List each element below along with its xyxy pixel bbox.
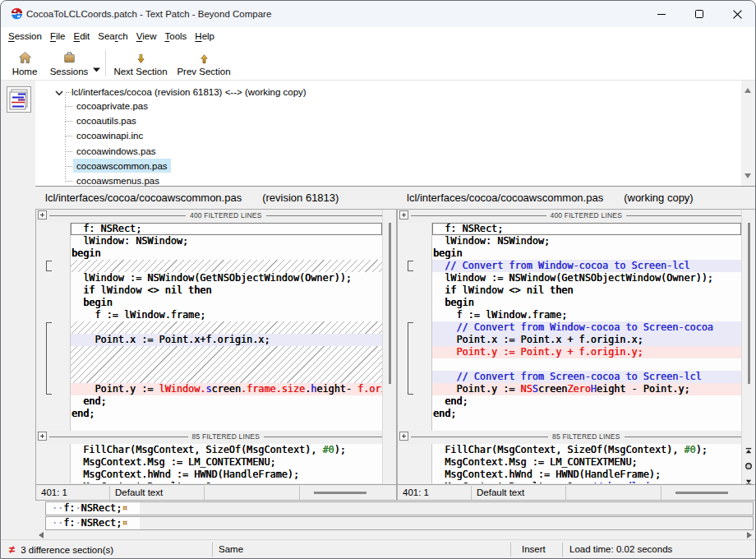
pane-hscrollbar[interactable] xyxy=(662,486,755,500)
code-seg: f: NSRect; xyxy=(433,223,503,234)
code-seg: Point.y := xyxy=(71,383,159,395)
patch-view-button[interactable] xyxy=(7,86,31,113)
code-seg: creen xyxy=(538,383,568,395)
status-empty-cell xyxy=(205,486,300,500)
expand-section-button[interactable] xyxy=(38,210,47,219)
filtered-lines-separator: 85 FILTERED LINES xyxy=(398,431,755,444)
window-title: CocoaToLCLCoords.patch - Text Patch - Be… xyxy=(26,1,271,27)
pane-status-row: 401: 1Default text xyxy=(398,484,755,500)
code-seg: begin xyxy=(433,247,463,259)
menu-help[interactable]: Help xyxy=(191,27,219,45)
hscrollbar-thumb[interactable] xyxy=(314,492,366,494)
menu-tools[interactable]: Tools xyxy=(161,27,191,45)
expand-section-button[interactable] xyxy=(38,432,47,441)
code-area[interactable]: f: NSRect; lWindow: NSWindow;begin // Co… xyxy=(431,223,741,431)
code-seg: // Convert from Screen-cocoa to Screen-l… xyxy=(433,371,702,382)
code-line: FillChar(MsgContext, SizeOf(MsgContext),… xyxy=(432,444,741,456)
menubar: SessionFileEditSearchViewToolsHelp xyxy=(1,27,755,46)
tree-item-label: cocoaprivate.pas xyxy=(73,99,151,113)
patch-file-tree: lcl/interfaces/cocoa (revision 61813) <-… xyxy=(35,81,756,187)
tree-dotted-stub xyxy=(65,181,72,182)
tree-item-cocoawinapi.inc[interactable]: cocoawinapi.inc xyxy=(35,128,756,143)
app-icon xyxy=(11,7,23,20)
tree-scrollbar[interactable] xyxy=(741,81,755,186)
code-seg: lWindow: NSWindow; xyxy=(71,235,188,247)
code-seg: #0 xyxy=(684,444,695,455)
home-icon xyxy=(6,51,44,67)
menu-view[interactable]: View xyxy=(132,27,161,45)
code-seg: f := lWindow.frame; xyxy=(433,309,567,321)
missing-lines-hatch xyxy=(71,321,382,334)
tree-item-cocoaprivate.pas[interactable]: cocoaprivate.pas xyxy=(35,99,756,113)
menu-search[interactable]: Search xyxy=(94,27,131,45)
filtered-lines-label: 400 FILTERED LINES xyxy=(546,211,627,219)
code-seg: if xyxy=(83,284,94,296)
tree-root-item[interactable]: lcl/interfaces/cocoa (revision 61813) <-… xyxy=(35,85,756,99)
code-line: f := lWindow.frame; xyxy=(71,309,382,321)
code-seg: // Convert from Window-cocoa to Screen-c… xyxy=(433,321,713,333)
menu-session[interactable]: Session xyxy=(4,27,46,45)
tree-dotted-stub xyxy=(65,166,72,167)
code-seg: begin xyxy=(83,297,113,308)
code-seg: H xyxy=(591,383,597,395)
code-area[interactable]: FillChar(MsgContext, SizeOf(MsgContext),… xyxy=(70,444,382,483)
tree-item-cocoautils.pas[interactable]: cocoautils.pas xyxy=(35,113,756,128)
code-line: Point.y := Point.y + f.origin.y; xyxy=(432,346,741,358)
code-seg: eight xyxy=(316,383,346,395)
prev-difference-button[interactable] xyxy=(744,444,754,453)
toolbar-next-section[interactable]: Next Section xyxy=(111,48,170,79)
detail-scroll-left-arrow[interactable] xyxy=(39,532,44,538)
code-line: MsgContext.hWnd := HWND(HandleFrame); xyxy=(71,469,382,481)
expand-section-button[interactable] xyxy=(399,432,408,441)
toolbar-prev-section[interactable]: Prev Section xyxy=(175,48,233,79)
code-line: lWindow: NSWindow; xyxy=(71,235,382,247)
code-seg: S xyxy=(532,383,538,395)
tree-item-cocoawindows.pas[interactable]: cocoawindows.pas xyxy=(35,144,756,159)
syntax-mode[interactable]: Default text xyxy=(472,486,566,500)
scroll-down-arrow[interactable] xyxy=(744,173,751,178)
differences-status: ≠3 difference section(s) xyxy=(1,542,212,557)
pane-hscrollbar[interactable] xyxy=(300,486,396,500)
expand-section-button[interactable] xyxy=(399,210,408,219)
next-difference-button[interactable] xyxy=(744,474,754,483)
toolbar-sessions[interactable]: Sessions xyxy=(48,48,90,79)
current-position-marker[interactable] xyxy=(744,459,754,468)
tree-item-cocoawscommon.pas[interactable]: cocoawscommon.pas xyxy=(35,159,756,173)
detail-line[interactable]: ··f:·NSRect;¤ xyxy=(45,501,754,515)
code-seg: then xyxy=(550,284,573,296)
code-area[interactable]: f: NSRect; lWindow: NSWindow;begin lWind… xyxy=(70,223,382,431)
code-line: end; xyxy=(432,408,741,420)
missing-lines-hatch xyxy=(71,260,382,272)
code-seg: lWindow: NSWindow; xyxy=(433,235,550,247)
code-seg: lWindow <> xyxy=(94,284,164,296)
code-seg xyxy=(433,346,456,358)
close-button[interactable] xyxy=(718,1,756,27)
code-seg: begin xyxy=(445,297,474,308)
scroll-up-arrow[interactable] xyxy=(744,88,751,93)
code-seg: lWindow. xyxy=(159,383,206,395)
left-pane-path[interactable]: lcl/interfaces/cocoa/cocoawscommon.pas xyxy=(45,192,242,204)
code-seg: ); xyxy=(334,444,346,455)
syntax-mode[interactable]: Default text xyxy=(110,486,205,500)
code-area[interactable]: FillChar(MsgContext, SizeOf(MsgContext),… xyxy=(431,444,741,483)
minimize-button[interactable] xyxy=(643,1,680,27)
menu-edit[interactable]: Edit xyxy=(69,27,94,45)
toolbar-home[interactable]: Home xyxy=(6,48,44,79)
vscrollbar-thumb[interactable] xyxy=(748,223,750,384)
right-pane-path[interactable]: lcl/interfaces/cocoa/cocoawscommon.pas xyxy=(407,192,603,204)
pane-vscrollbar[interactable] xyxy=(382,210,396,484)
code-seg: then xyxy=(188,284,211,296)
code-line: f: NSRect; xyxy=(71,223,382,235)
maximize-button[interactable] xyxy=(680,1,718,27)
toolbar-separator xyxy=(105,50,106,76)
detail-line[interactable]: ··f:·NSRect;¤ xyxy=(45,516,754,530)
hscrollbar-thumb[interactable] xyxy=(675,492,728,494)
view-sidebar xyxy=(1,81,35,539)
code-seg: MsgContext.Result := 1; xyxy=(71,481,218,483)
pane-vscrollbar[interactable] xyxy=(741,210,755,484)
menu-file[interactable]: File xyxy=(46,27,70,45)
detail-scroll-right-arrow[interactable] xyxy=(747,532,752,538)
sessions-dropdown-arrow[interactable] xyxy=(93,61,100,66)
code-line: lWindow := NSWindow(GetNSObjectWindow(Ow… xyxy=(432,272,741,284)
vscrollbar-thumb[interactable] xyxy=(389,223,391,384)
